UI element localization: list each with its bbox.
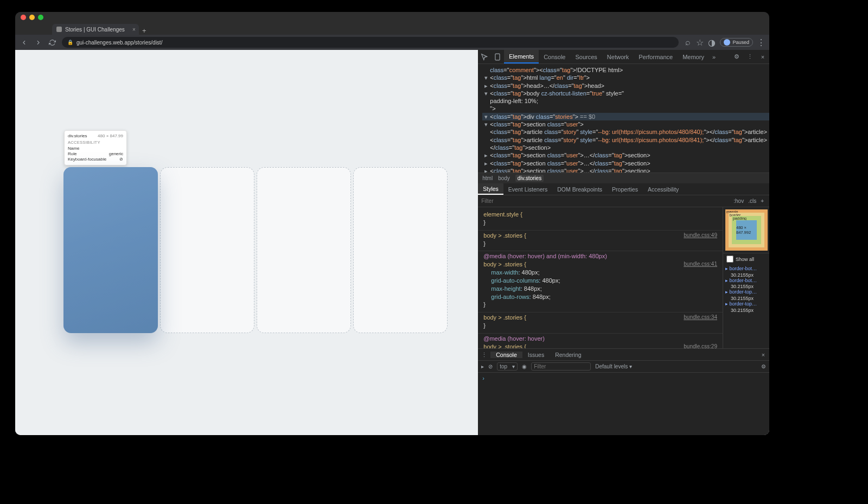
star-icon[interactable]: ☆: [696, 39, 704, 46]
drawer-tab-issues[interactable]: Issues: [522, 352, 550, 358]
tab-strip: Stories | GUI Challenges × +: [15, 23, 769, 35]
elements-tree[interactable]: class="comment"><class="tag">!DOCTYPE ht…: [478, 64, 769, 173]
dom-node[interactable]: padding-left: 10%;: [482, 97, 769, 105]
box-padding-label: padding: [733, 216, 746, 220]
story-card[interactable]: [257, 167, 351, 333]
css-rule[interactable]: @media (hover: hover)body > .stories {bu…: [478, 334, 723, 348]
devtools-tab-sources[interactable]: Sources: [570, 50, 602, 63]
new-rule-button[interactable]: +: [758, 198, 766, 204]
back-button[interactable]: [20, 38, 28, 47]
styles-row: element.style {}body > .stories {bundle.…: [478, 207, 769, 348]
forward-button[interactable]: [34, 38, 42, 47]
drawer-tab-console[interactable]: Console: [490, 352, 522, 358]
dom-node[interactable]: <class="tag">article class="story" style…: [482, 136, 769, 144]
devtools-tab-console[interactable]: Console: [539, 50, 570, 63]
breadcrumb: htmlbodydiv.stories: [478, 173, 769, 183]
url-text: gui-challenges.web.app/stories/dist/: [76, 40, 162, 46]
dom-node[interactable]: ▸<class="tag">head>…</class="tag">head>: [482, 82, 769, 90]
console-prompt: ›: [482, 375, 484, 381]
tooltip-row: Keyboard-focusable⊘: [68, 157, 123, 162]
devtools-tab-performance[interactable]: Performance: [634, 50, 678, 63]
styles-tab-dom-breakpoints[interactable]: DOM Breakpoints: [552, 183, 607, 195]
log-levels-select[interactable]: Default levels ▾: [595, 363, 632, 369]
reload-button[interactable]: [48, 38, 56, 47]
close-icon[interactable]: ×: [757, 352, 769, 358]
stories-grid: [63, 167, 448, 333]
hov-toggle[interactable]: :hov: [731, 198, 746, 204]
css-rule[interactable]: element.style {}: [478, 209, 723, 231]
styles-tab-properties[interactable]: Properties: [607, 183, 643, 195]
computed-property[interactable]: ▸ border-top…30.2155px: [725, 301, 767, 313]
eye-icon[interactable]: ◉: [522, 363, 527, 369]
window-close[interactable]: [21, 15, 26, 20]
show-all-checkbox[interactable]: [726, 256, 733, 263]
breadcrumb-item[interactable]: div.stories: [515, 175, 544, 182]
drawer-tab-rendering[interactable]: Rendering: [550, 352, 586, 358]
console-output[interactable]: ›: [478, 373, 769, 384]
computed-property[interactable]: ▸ border-top…30.2155px: [725, 289, 767, 301]
sidebar-toggle-icon[interactable]: ▸: [481, 363, 484, 369]
address-bar[interactable]: 🔒 gui-challenges.web.app/stories/dist/: [62, 37, 679, 48]
devtools-tab-network[interactable]: Network: [602, 50, 634, 63]
styles-tab-event-listeners[interactable]: Event Listeners: [503, 183, 552, 195]
styles-tab-accessibility[interactable]: Accessibility: [643, 183, 684, 195]
tabs-overflow-icon[interactable]: »: [709, 54, 719, 60]
tooltip-dimensions: 480 × 847.99: [98, 133, 123, 138]
close-icon[interactable]: ×: [132, 27, 136, 33]
page-viewport: div.stories 480 × 847.99 ACCESSIBILITY N…: [15, 50, 478, 435]
kebab-icon[interactable]: ⋮: [745, 52, 755, 62]
styles-pane[interactable]: element.style {}body > .stories {bundle.…: [478, 207, 723, 348]
gear-icon[interactable]: ⚙: [732, 52, 742, 62]
profile-label: Paused: [732, 40, 749, 45]
cls-toggle[interactable]: .cls: [746, 198, 758, 204]
window-maximize[interactable]: [38, 15, 43, 20]
console-filter-input[interactable]: [531, 362, 591, 371]
styles-filter-input[interactable]: [481, 198, 731, 204]
story-card[interactable]: [353, 167, 448, 333]
new-tab-button[interactable]: +: [142, 27, 146, 35]
dom-node[interactable]: ▾<class="tag">div class="stories"> == $0: [482, 113, 769, 120]
extension-icon[interactable]: ◑: [708, 39, 716, 46]
dom-node[interactable]: ▸<class="tag">section class="user">…</cl…: [482, 167, 769, 173]
dom-node[interactable]: <class="tag">article class="story" style…: [482, 128, 769, 136]
content-area: div.stories 480 × 847.99 ACCESSIBILITY N…: [15, 50, 769, 435]
css-rule[interactable]: body > .stories {bundle.css:34}: [478, 312, 723, 334]
dom-node[interactable]: ▾<class="tag">section class="user">: [482, 120, 769, 128]
story-card[interactable]: [63, 167, 158, 333]
dom-node[interactable]: ▸<class="tag">section class="user">…</cl…: [482, 151, 769, 159]
devtools-tab-elements[interactable]: Elements: [504, 50, 539, 63]
window-minimize[interactable]: [29, 15, 35, 20]
clear-console-icon[interactable]: ⊘: [488, 363, 493, 369]
context-select[interactable]: top: [497, 362, 518, 371]
dom-node[interactable]: ▾<class="tag">body cz-shortcut-listen="t…: [482, 90, 769, 97]
css-rule[interactable]: @media (hover: hover) and (min-width: 48…: [478, 251, 723, 312]
story-card[interactable]: [160, 167, 254, 333]
inspect-icon[interactable]: [480, 52, 489, 62]
dom-node[interactable]: ▾<class="tag">html lang="en" dir="ltr">: [482, 74, 769, 81]
dom-node[interactable]: </class="tag">section>: [482, 144, 769, 151]
computed-property[interactable]: ▸ border-bot…30.2155px: [725, 278, 767, 290]
dom-node[interactable]: class="comment"><class="tag">!DOCTYPE ht…: [482, 66, 769, 74]
dom-node[interactable]: ▸<class="tag">section class="user">…</cl…: [482, 160, 769, 167]
dom-node[interactable]: ">: [482, 105, 769, 112]
breadcrumb-item[interactable]: body: [498, 175, 510, 181]
search-icon[interactable]: ⌕: [684, 39, 692, 46]
browser-tab[interactable]: Stories | GUI Challenges ×: [52, 24, 139, 35]
kebab-icon[interactable]: ⋮: [757, 39, 765, 46]
show-all-toggle[interactable]: Show all: [723, 253, 769, 265]
traffic-lights: [21, 15, 43, 20]
styles-sub-tabs: StylesEvent ListenersDOM BreakpointsProp…: [478, 183, 769, 195]
close-icon[interactable]: ×: [758, 52, 768, 62]
css-rule[interactable]: body > .stories {bundle.css:49}: [478, 231, 723, 252]
drawer-menu-icon[interactable]: ⋮: [478, 352, 490, 358]
computed-property[interactable]: ▸ border-bot…30.2155px: [725, 266, 767, 278]
devtools-tab-memory[interactable]: Memory: [678, 50, 709, 63]
breadcrumb-item[interactable]: html: [482, 175, 493, 181]
styles-filter-row: :hov .cls +: [478, 195, 769, 207]
profile-chip[interactable]: Paused: [720, 38, 753, 47]
box-model: margin border padding 480 × 847.992: [723, 207, 769, 253]
gear-icon[interactable]: ⚙: [761, 363, 766, 369]
styles-tab-styles[interactable]: Styles: [478, 183, 503, 195]
computed-list[interactable]: ▸ border-bot…30.2155px▸ border-bot…30.21…: [723, 265, 769, 348]
device-icon[interactable]: [493, 52, 502, 62]
